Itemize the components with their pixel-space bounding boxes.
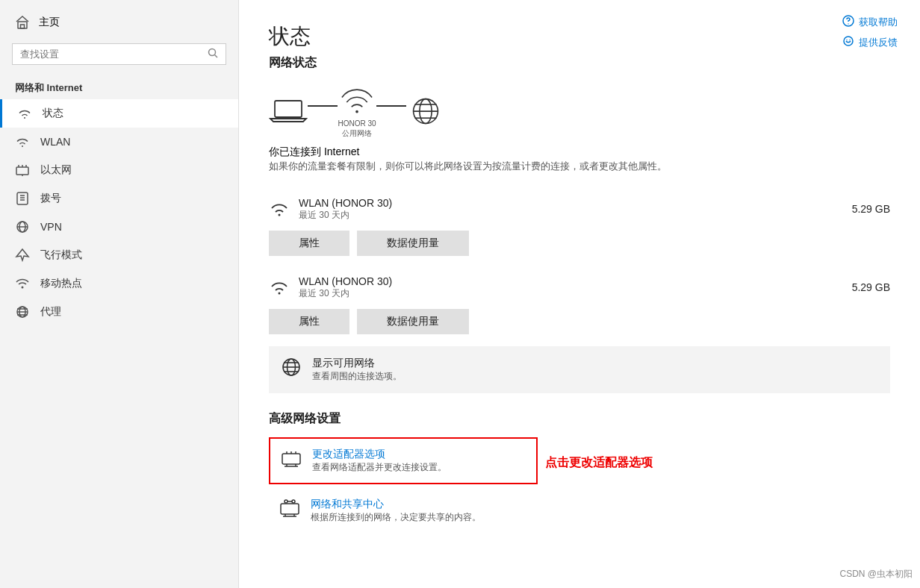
sidebar-item-hotspot[interactable]: 移动热点 — [0, 269, 238, 298]
sidebar-label-ethernet: 以太网 — [40, 163, 72, 177]
adapter-title: 更改适配器选项 — [312, 448, 447, 461]
net-line-1 — [308, 105, 338, 107]
wifi-router-icon: HONOR 30 公用网络 — [338, 86, 376, 138]
sidebar-item-ethernet[interactable]: 以太网 — [0, 156, 238, 184]
svg-point-54 — [285, 500, 288, 503]
data-usage-btn-1[interactable]: 数据使用量 — [357, 309, 469, 334]
sharing-title: 网络和共享中心 — [311, 498, 481, 511]
feedback-link[interactable]: 提供反馈 — [842, 35, 898, 49]
svg-line-3 — [215, 55, 218, 58]
main-content: 获取帮助 提供反馈 状态 网络状态 — [239, 0, 920, 588]
svg-point-27 — [846, 40, 847, 40]
svg-rect-11 — [17, 193, 28, 204]
show-networks-sub: 查看周围的连接选项。 — [312, 370, 402, 383]
sharing-center-button[interactable]: 网络和共享中心 根据所连接到的网络，决定要共享的内容。 — [269, 489, 538, 533]
wlan-icon — [15, 134, 30, 149]
network-size-0: 5.29 GB — [852, 203, 890, 215]
sidebar-label-wlan: WLAN — [40, 136, 70, 148]
watermark: CSDN @虫本初阳 — [839, 568, 913, 581]
adapter-icon — [281, 448, 302, 471]
hotspot-icon — [15, 276, 30, 291]
sidebar-item-status[interactable]: 状态 — [0, 99, 238, 128]
properties-btn-0[interactable]: 属性 — [269, 231, 349, 256]
connected-desc: 如果你的流量套餐有限制，则你可以将此网络设置为按流量计费的连接，或者更改其他属性… — [269, 159, 732, 175]
data-usage-btn-0[interactable]: 数据使用量 — [357, 231, 469, 256]
adapter-options-button[interactable]: 更改适配器选项 查看网络适配器并更改连接设置。 — [269, 437, 538, 484]
search-icon — [208, 48, 218, 60]
advanced-title: 高级网络设置 — [269, 411, 890, 427]
properties-btn-1[interactable]: 属性 — [269, 309, 349, 334]
feedback-icon — [842, 35, 854, 49]
adapter-sub: 查看网络适配器并更改连接设置。 — [312, 461, 447, 474]
network-sub-0: 最近 30 天内 — [299, 209, 392, 222]
svg-point-18 — [22, 287, 24, 289]
svg-point-30 — [355, 110, 358, 113]
airplane-icon — [15, 248, 30, 263]
sidebar-item-dialup[interactable]: 拨号 — [0, 184, 238, 213]
highlight-label: 点击更改适配器选项 — [545, 455, 653, 471]
sidebar-label-hotspot: 移动热点 — [40, 277, 82, 290]
svg-rect-43 — [282, 454, 300, 464]
show-networks-button[interactable]: 显示可用网络 查看周围的连接选项。 — [269, 346, 890, 393]
sidebar-section-title: 网络和 Internet — [0, 71, 238, 99]
net-line-2 — [376, 105, 406, 107]
svg-point-37 — [279, 292, 281, 294]
wifi-signal-icon-0 — [269, 199, 290, 219]
svg-rect-29 — [275, 101, 302, 117]
svg-point-55 — [292, 500, 295, 503]
laptop-icon — [269, 96, 308, 128]
network-name-1: WLAN (HONOR 30) — [299, 275, 392, 287]
sidebar-label-airplane: 飞行模式 — [40, 248, 82, 262]
dialup-icon — [15, 191, 30, 206]
btn-row-0: 属性 数据使用量 — [269, 231, 890, 256]
sidebar-label-vpn: VPN — [40, 221, 62, 233]
network-entry-1: WLAN (HONOR 30) 最近 30 天内 5.29 GB — [269, 268, 890, 303]
advanced-adapter-row: 更改适配器选项 查看网络适配器并更改连接设置。 点击更改适配器选项 — [269, 437, 890, 489]
svg-rect-6 — [16, 167, 28, 175]
globe-small-icon — [281, 357, 302, 380]
sharing-sub: 根据所连接到的网络，决定要共享的内容。 — [311, 511, 481, 524]
sidebar-item-airplane[interactable]: 飞行模式 — [0, 241, 238, 269]
help-icon — [842, 15, 854, 29]
svg-point-26 — [844, 37, 853, 46]
connected-title: 你已连接到 Internet — [269, 146, 890, 159]
sidebar-home-button[interactable]: 主页 — [0, 7, 238, 37]
sidebar-item-wlan[interactable]: WLAN — [0, 128, 238, 156]
svg-point-2 — [209, 49, 216, 56]
search-input[interactable] — [20, 49, 202, 60]
ethernet-icon — [15, 163, 30, 178]
network-entry-0: WLAN (HONOR 30) 最近 30 天内 5.29 GB — [269, 190, 890, 225]
wifi-signal-icon-1 — [269, 278, 290, 298]
sharing-icon — [279, 498, 300, 521]
network-status-title: 网络状态 — [269, 55, 890, 71]
btn-row-1: 属性 数据使用量 — [269, 309, 890, 334]
svg-rect-1 — [21, 25, 25, 28]
sidebar: 主页 网络和 Internet 状态 — [0, 0, 239, 588]
home-label: 主页 — [39, 16, 60, 29]
svg-point-5 — [22, 146, 23, 147]
svg-point-4 — [24, 117, 25, 119]
network-sub-1: 最近 30 天内 — [299, 287, 392, 300]
network-size-1: 5.29 GB — [852, 281, 890, 293]
globe-icon — [406, 96, 445, 128]
page-title: 状态 — [269, 22, 890, 51]
network-diagram: HONOR 30 公用网络 — [269, 86, 890, 138]
sidebar-item-proxy[interactable]: 代理 — [0, 298, 238, 326]
svg-point-28 — [849, 40, 850, 40]
vpn-icon — [15, 219, 30, 234]
search-box[interactable] — [12, 43, 226, 65]
proxy-icon — [15, 304, 30, 319]
top-right-links: 获取帮助 提供反馈 — [842, 15, 898, 49]
show-networks-title: 显示可用网络 — [312, 357, 402, 370]
svg-point-25 — [848, 23, 848, 24]
home-icon — [15, 15, 30, 30]
network-name-0: WLAN (HONOR 30) — [299, 197, 392, 209]
sidebar-label-proxy: 代理 — [40, 305, 61, 319]
sidebar-label-dialup: 拨号 — [40, 192, 61, 205]
status-icon — [17, 106, 32, 121]
sidebar-item-vpn[interactable]: VPN — [0, 213, 238, 241]
sidebar-label-status: 状态 — [43, 107, 63, 120]
svg-point-36 — [279, 213, 281, 216]
svg-rect-50 — [281, 504, 299, 514]
help-link[interactable]: 获取帮助 — [842, 15, 898, 29]
